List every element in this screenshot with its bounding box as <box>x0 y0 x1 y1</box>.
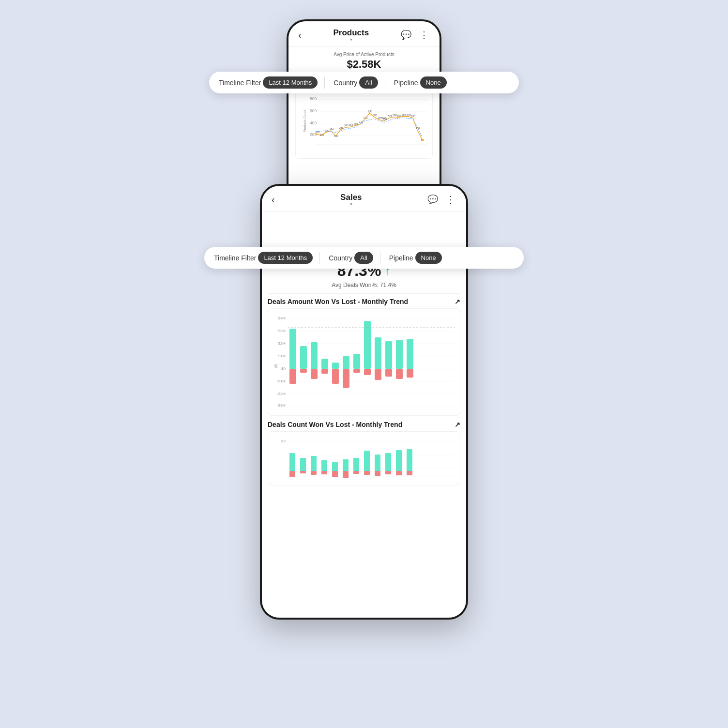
back-chart-svg: Products Count 800 600 400 200 <box>300 90 428 152</box>
svg-rect-64 <box>343 369 349 388</box>
back-stat-label: Avg Price of Active Products <box>295 52 433 57</box>
front-pipeline-filter[interactable]: Pipeline None <box>387 252 442 264</box>
svg-text:-$1M: -$1M <box>277 379 286 383</box>
front-filter-spacer <box>262 212 466 241</box>
svg-rect-88 <box>343 459 349 471</box>
front-phone-content: Deals Won% in Nov 2024 87.3% ↑ Avg Deals… <box>262 241 466 491</box>
svg-text:153: 153 <box>334 135 338 137</box>
back-timeline-filter-label: Timeline Filter <box>217 79 263 87</box>
svg-text:$2M: $2M <box>278 341 286 346</box>
svg-text:554: 554 <box>411 114 416 117</box>
svg-text:800: 800 <box>310 96 317 101</box>
back-timeline-filter[interactable]: Timeline Filter Last 12 Months <box>217 76 318 89</box>
svg-text:220: 220 <box>325 129 329 132</box>
count-chart-expand-icon[interactable]: ↗ <box>455 421 460 428</box>
front-timeline-filter-label: Timeline Filter <box>212 254 258 262</box>
svg-text:387: 387 <box>354 122 358 125</box>
svg-rect-67 <box>364 321 371 369</box>
svg-rect-61 <box>332 363 339 369</box>
bar-chart-expand-icon[interactable]: ↗ <box>455 298 460 305</box>
svg-rect-59 <box>321 359 328 369</box>
svg-rect-89 <box>353 458 359 471</box>
svg-rect-65 <box>353 354 360 369</box>
svg-rect-95 <box>289 471 295 477</box>
back-menu-icon[interactable]: ⋮ <box>417 27 432 43</box>
svg-text:60: 60 <box>281 439 286 443</box>
svg-point-34 <box>369 112 371 114</box>
svg-rect-97 <box>311 471 317 475</box>
svg-text:$3M: $3M <box>278 329 286 333</box>
front-back-arrow-icon[interactable]: ‹ <box>270 192 277 207</box>
svg-text:453: 453 <box>383 118 387 121</box>
svg-text:400: 400 <box>310 121 317 125</box>
front-country-filter-value[interactable]: All <box>354 252 373 264</box>
svg-text:354: 354 <box>349 123 353 126</box>
svg-rect-98 <box>321 471 327 474</box>
front-timeline-filter-value[interactable]: Last 12 Months <box>258 252 313 264</box>
count-chart-section: Deals Count Won Vs Lost - Monthly Trend … <box>268 421 460 485</box>
back-pipeline-filter-value[interactable]: None <box>420 76 447 89</box>
back-pipeline-filter[interactable]: Pipeline None <box>392 76 447 89</box>
front-filter-divider-1 <box>319 252 320 264</box>
svg-rect-73 <box>396 340 403 369</box>
svg-rect-93 <box>396 450 402 471</box>
svg-text:421: 421 <box>359 121 364 124</box>
svg-point-33 <box>315 133 317 135</box>
front-country-filter[interactable]: Country All <box>327 252 373 264</box>
count-chart-title: Deals Count Won Vs Lost - Monthly Trend … <box>268 421 460 428</box>
front-comment-icon[interactable]: 💬 <box>425 192 440 207</box>
svg-text:($): ($) <box>274 364 278 368</box>
svg-rect-54 <box>289 369 296 384</box>
back-phone-header: ‹ Products ▾ 💬 ⋮ <box>288 21 440 47</box>
svg-rect-103 <box>375 471 380 476</box>
back-timeline-filter-value[interactable]: Last 12 Months <box>263 76 318 89</box>
svg-rect-62 <box>332 369 339 384</box>
svg-text:$1M: $1M <box>278 354 286 358</box>
svg-rect-68 <box>364 369 371 375</box>
svg-rect-75 <box>407 339 413 369</box>
front-pipeline-filter-value[interactable]: None <box>415 252 442 264</box>
deals-won-avg: Avg Deals Won%: 71.4% <box>268 282 460 288</box>
svg-rect-87 <box>332 462 338 471</box>
front-menu-icon[interactable]: ⋮ <box>444 192 458 207</box>
svg-text:-$3M: -$3M <box>277 403 286 408</box>
svg-text:$0: $0 <box>281 366 286 371</box>
back-pipeline-filter-label: Pipeline <box>392 79 420 87</box>
front-filter-divider-2 <box>380 252 380 264</box>
back-country-filter[interactable]: Country All <box>332 76 378 89</box>
svg-point-35 <box>422 139 424 141</box>
count-chart-svg: 60 <box>272 436 456 479</box>
front-timeline-filter[interactable]: Timeline Filter Last 12 Months <box>212 252 313 264</box>
svg-text:532: 532 <box>364 116 368 119</box>
svg-rect-63 <box>343 356 349 369</box>
svg-text:345: 345 <box>344 124 349 127</box>
svg-rect-96 <box>300 471 306 473</box>
svg-text:259: 259 <box>416 127 420 130</box>
svg-text:162: 162 <box>320 134 324 136</box>
svg-text:521: 521 <box>388 115 392 118</box>
svg-rect-57 <box>311 342 318 369</box>
svg-rect-99 <box>332 471 338 477</box>
front-phone-header: ‹ Sales ▾ 💬 ⋮ <box>262 186 466 212</box>
back-comment-icon[interactable]: 💬 <box>399 28 413 42</box>
svg-rect-66 <box>353 369 360 373</box>
back-filter-divider-1 <box>324 77 325 89</box>
front-filter-bar[interactable]: Timeline Filter Last 12 Months Country A… <box>204 247 524 269</box>
back-phone-title: Products <box>333 28 369 38</box>
svg-rect-72 <box>385 369 392 377</box>
svg-text:590: 590 <box>407 113 411 116</box>
svg-rect-69 <box>375 337 381 369</box>
svg-rect-91 <box>375 455 380 471</box>
svg-rect-92 <box>385 453 391 471</box>
svg-rect-100 <box>343 471 349 478</box>
svg-rect-90 <box>364 451 370 471</box>
front-pipeline-filter-label: Pipeline <box>387 254 415 262</box>
svg-text:Products Count: Products Count <box>303 110 306 132</box>
back-country-filter-value[interactable]: All <box>359 76 378 89</box>
back-arrow-icon[interactable]: ‹ <box>296 28 303 43</box>
svg-text:568: 568 <box>373 114 377 117</box>
back-filter-bar[interactable]: Timeline Filter Last 12 Months Country A… <box>209 72 519 93</box>
svg-rect-53 <box>289 329 296 369</box>
svg-rect-58 <box>311 369 318 379</box>
back-line-chart: Products Count 800 600 400 200 <box>295 85 433 159</box>
